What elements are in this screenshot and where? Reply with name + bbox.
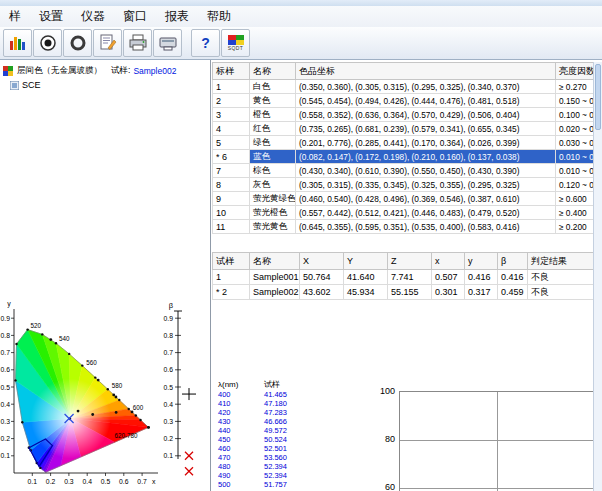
standards-row-3[interactable]: 3橙色(0.558, 0.352), (0.636, 0.364), (0.57… (213, 108, 594, 122)
calibrate-button[interactable] (63, 29, 92, 57)
standards-row-1[interactable]: 1白色(0.350, 0.360), (0.305, 0.315), (0.29… (213, 80, 594, 94)
chart-ytick-60: 60 (369, 482, 395, 491)
sqdt-label: SQDT (228, 45, 244, 51)
help-button[interactable]: ? (191, 29, 220, 57)
standards-cell-luminance: ≥ 0.200 (556, 220, 594, 234)
spectral-wavelength: 460 (216, 444, 262, 453)
standards-col-header[interactable]: 色品坐标 (296, 63, 556, 80)
spectral-row[interactable]: 49052.394 (216, 471, 326, 480)
standards-cell-name: 萤光黄色 (250, 220, 296, 234)
standards-col-header[interactable]: 标样 (213, 63, 250, 80)
menu-item-0[interactable]: 样 (0, 6, 30, 27)
tick-label: 0.1 (28, 478, 38, 485)
spectral-row[interactable]: 41047.180 (216, 399, 326, 408)
standards-row-10[interactable]: 10萤光橙色(0.557, 0.442), (0.512, 0.421), (0… (213, 206, 594, 220)
spectral-value: 47.180 (262, 399, 326, 408)
menu-item-3[interactable]: 窗口 (114, 6, 156, 27)
standard-point (147, 426, 150, 429)
spectral-row[interactable]: 40041.465 (216, 390, 326, 399)
samples-col-header[interactable]: y (465, 253, 498, 270)
samples-cell-y: 0.317 (465, 285, 498, 300)
target-icon (39, 34, 57, 52)
spectral-row[interactable]: 50051.757 (216, 480, 326, 489)
spectral-row[interactable]: 47053.560 (216, 453, 326, 462)
vertical-scrollbar[interactable] (593, 62, 602, 491)
spectral-wavelength: 440 (216, 426, 262, 435)
samples-col-header[interactable]: Z (388, 253, 432, 270)
tree-root-row[interactable]: 层间色（无金属玻膜） 试样: Sample002 (3, 65, 176, 77)
standards-cell-name: 灰色 (250, 178, 296, 192)
menu-item-4[interactable]: 报表 (156, 6, 198, 27)
spectral-value: 47.283 (262, 408, 326, 417)
spectral-value: 41.465 (262, 390, 326, 399)
standards-row-8[interactable]: 8灰色(0.305, 0.315), (0.335, 0.345), (0.32… (213, 178, 594, 192)
spectral-wavelength: 400 (216, 390, 262, 399)
standards-cell-name: 绿色 (250, 136, 296, 150)
standard-point (112, 394, 115, 397)
question-mark-icon: ? (201, 36, 210, 50)
standards-row-6[interactable]: * 6蓝色(0.082, 0.147), (0.172, 0.198), (0.… (213, 150, 594, 164)
measure-button[interactable] (33, 29, 62, 57)
samples-col-header[interactable]: 试样 (213, 253, 250, 270)
spectral-wavelength: 430 (216, 417, 262, 426)
samples-cell-Y: 41.640 (344, 270, 388, 285)
standards-col-header[interactable]: 亮度因数 (556, 63, 594, 80)
spectral-value: 49.572 (262, 426, 326, 435)
standards-cell-luminance: 0.010 ~ 0.090 (556, 164, 594, 178)
sqdt-button[interactable]: SQDT (221, 29, 250, 57)
samples-table: 试样名称XYZxyβ判定结果 1Sample00150.76441.6407.7… (212, 252, 594, 300)
y-axis-label: y (7, 300, 11, 308)
standards-cell-coords: (0.645, 0.355), (0.595, 0.351), (0.535, … (296, 220, 556, 234)
standards-cell-id: 3 (213, 108, 250, 122)
menu-item-1[interactable]: 设置 (30, 6, 72, 27)
samples-cell-X: 43.602 (300, 285, 344, 300)
color-bars-icon (9, 35, 27, 51)
menu-item-5[interactable]: 帮助 (198, 6, 240, 27)
standards-row-11[interactable]: 11萤光黄色(0.645, 0.355), (0.595, 0.351), (0… (213, 220, 594, 234)
standards-row-4[interactable]: 4红色(0.735, 0.265), (0.681, 0.239), (0.57… (213, 122, 594, 136)
samples-row-1[interactable]: 1Sample00150.76441.6407.7410.5070.4160.4… (213, 270, 594, 285)
spectral-col-header: λ(nm) (216, 378, 262, 390)
report-button[interactable] (93, 29, 122, 57)
standard-point (97, 379, 100, 382)
samples-col-header[interactable]: X (300, 253, 344, 270)
standards-cell-coords: (0.545, 0.454), (0.494, 0.426), (0.444, … (296, 94, 556, 108)
standards-row-9[interactable]: 9萤光黄绿色(0.460, 0.540), (0.428, 0.496), (0… (213, 192, 594, 206)
print-button[interactable] (123, 29, 152, 57)
standards-row-2[interactable]: 2黄色(0.545, 0.454), (0.494, 0.426), (0.44… (213, 94, 594, 108)
spectral-row[interactable]: 42047.283 (216, 408, 326, 417)
scrollbar-thumb[interactable] (595, 64, 601, 130)
spectral-row[interactable]: 48052.394 (216, 462, 326, 471)
tick-label: 0.8 (1, 332, 11, 339)
tree-root-label: 层间色（无金属玻膜） (17, 65, 102, 77)
export-button[interactable] (153, 29, 182, 57)
samples-cell-result: 不良 (528, 270, 594, 285)
samples-row-2[interactable]: * 2Sample00243.60245.93455.1550.3010.317… (213, 285, 594, 300)
standards-row-7[interactable]: 7棕色(0.430, 0.340), (0.610, 0.390), (0.55… (213, 164, 594, 178)
samples-col-header[interactable]: 判定结果 (528, 253, 594, 270)
samples-col-header[interactable]: Y (344, 253, 388, 270)
standards-cell-coords: (0.350, 0.360), (0.305, 0.315), (0.295, … (296, 80, 556, 94)
menu-item-2[interactable]: 仪器 (72, 6, 114, 27)
standards-col-header[interactable]: 名称 (250, 63, 296, 80)
samples-col-header[interactable]: β (498, 253, 528, 270)
standards-row-5[interactable]: 5绿色(0.201, 0.776), (0.285, 0.441), (0.17… (213, 136, 594, 150)
spectral-row[interactable]: 45050.524 (216, 435, 326, 444)
device-icon (158, 34, 178, 52)
tick-label: 0.1 (164, 452, 174, 459)
std-colors-button[interactable] (3, 29, 32, 57)
standards-cell-id: 5 (213, 136, 250, 150)
standards-cell-id: 4 (213, 122, 250, 136)
spectral-row[interactable]: 46052.501 (216, 444, 326, 453)
standards-cell-id: 7 (213, 164, 250, 178)
spectral-row[interactable]: 44049.572 (216, 426, 326, 435)
samples-cell-result: 不良 (528, 285, 594, 300)
tick-label: 0.2 (164, 435, 174, 442)
standards-cell-luminance: 0.100 ~ 0.300 (556, 108, 594, 122)
samples-col-header[interactable]: x (432, 253, 465, 270)
standards-cell-luminance: ≥ 0.400 (556, 206, 594, 220)
tree-mode-row[interactable]: SCE (10, 80, 41, 90)
standards-cell-name: 萤光黄绿色 (250, 192, 296, 206)
spectral-row[interactable]: 43046.666 (216, 417, 326, 426)
samples-col-header[interactable]: 名称 (250, 253, 300, 270)
